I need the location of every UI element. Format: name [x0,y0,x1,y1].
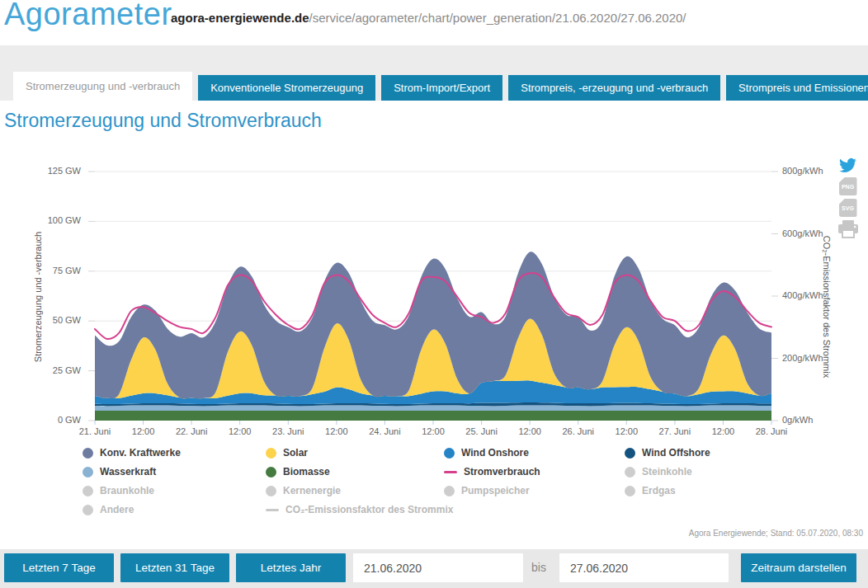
legend-dot-marker-biomasse [266,467,276,477]
legend-label: Solar [283,447,308,459]
legend-dot-marker-wind-onshore [444,448,455,459]
legend-dot-marker-konv-kraftwerke [83,448,93,459]
y-left-axis-title: Stromerzeugung und -verbrauch [33,232,43,362]
legend-label: CO₂-Emissionsfaktor des Strommix [285,504,453,515]
png-download-icon[interactable]: PNG [839,177,857,195]
legend-label: Braunkohle [100,485,154,496]
legend-dot-marker-erdgas [625,486,635,496]
legend-dot-marker-kernenergie [266,486,276,496]
svg-download-icon[interactable]: SVG [839,199,857,217]
date-range-separator: bis [531,561,546,574]
legend-item-erdgas[interactable]: Erdgas [625,485,676,496]
legend-item-co-emissionsfaktor-des-strommix[interactable]: CO₂-Emissionsfaktor des Strommix [266,504,453,515]
legend-dot-marker-braunkohle [83,486,93,496]
legend-label: Andere [100,504,134,515]
legend-label: Wind Offshore [642,447,710,459]
legend-label: Biomasse [283,466,330,477]
legend-label: Kernenergie [283,485,341,496]
legend-item-stromverbrauch[interactable]: Stromverbrauch [444,466,540,477]
date-to-input[interactable] [559,553,729,582]
power-generation-chart[interactable] [0,0,868,588]
attribution-text: Agora Energiewende; Stand: 05.07.2020, 0… [689,529,863,538]
legend-dot-marker-andere [83,505,93,515]
last-31-days-button[interactable]: Letzten 31 Tage [120,553,229,582]
legend-label: Stromverbrauch [464,466,540,477]
twitter-share-icon[interactable] [837,157,858,174]
legend-label: Steinkohle [642,466,692,477]
last-7-days-button[interactable]: Letzten 7 Tage [4,553,114,582]
legend-label: Wind Onshore [461,447,529,459]
legend-label: Pumpspeicher [461,485,530,496]
legend-item-biomasse[interactable]: Biomasse [266,466,330,477]
legend-item-wind-offshore[interactable]: Wind Offshore [625,447,710,459]
legend-item-braunkohle[interactable]: Braunkohle [83,485,154,496]
y-right-axis-title: CO₂-Emissionsfaktor des Strommix [822,236,832,378]
legend-label: Erdgas [642,485,676,496]
print-icon[interactable] [838,220,858,238]
legend-item-konv-kraftwerke[interactable]: Konv. Kraftwerke [83,447,181,459]
legend-line-marker-stromverbrauch [444,471,457,473]
date-from-input[interactable] [353,553,523,582]
legend-item-pumpspeicher[interactable]: Pumpspeicher [444,485,530,496]
svg-icon-label: SVG [842,205,854,211]
legend-line-marker-co-emissionsfaktor-des-strommix [266,509,279,511]
legend-item-andere[interactable]: Andere [83,504,134,515]
legend-label: Konv. Kraftwerke [100,447,181,459]
agorameter-page: Agorameter agora-energiewende.de/service… [0,0,868,588]
export-toolbar: PNG SVG [837,157,858,238]
area-series-wasserkraft [95,405,771,411]
legend-item-steinkohle[interactable]: Steinkohle [625,466,692,477]
legend-dot-marker-pumpspeicher [444,486,455,496]
legend-dot-marker-solar [266,448,276,459]
legend-dot-marker-wind-offshore [625,448,635,459]
legend-item-wind-onshore[interactable]: Wind Onshore [444,447,529,459]
last-year-button[interactable]: Letztes Jahr [236,553,346,582]
show-period-button[interactable]: Zeitraum darstellen [741,553,856,582]
legend-dot-marker-wasserkraft [83,467,93,477]
legend-label: Wasserkraft [100,466,156,477]
png-icon-label: PNG [842,184,854,190]
legend-item-kernenergie[interactable]: Kernenergie [266,485,341,496]
legend-dot-marker-steinkohle [625,467,635,477]
footer-bar: Letzten 7 Tage Letzten 31 Tage Letztes J… [0,549,868,588]
legend-item-wasserkraft[interactable]: Wasserkraft [83,466,156,477]
legend-item-solar[interactable]: Solar [266,447,308,459]
area-series-biomasse [95,411,771,421]
